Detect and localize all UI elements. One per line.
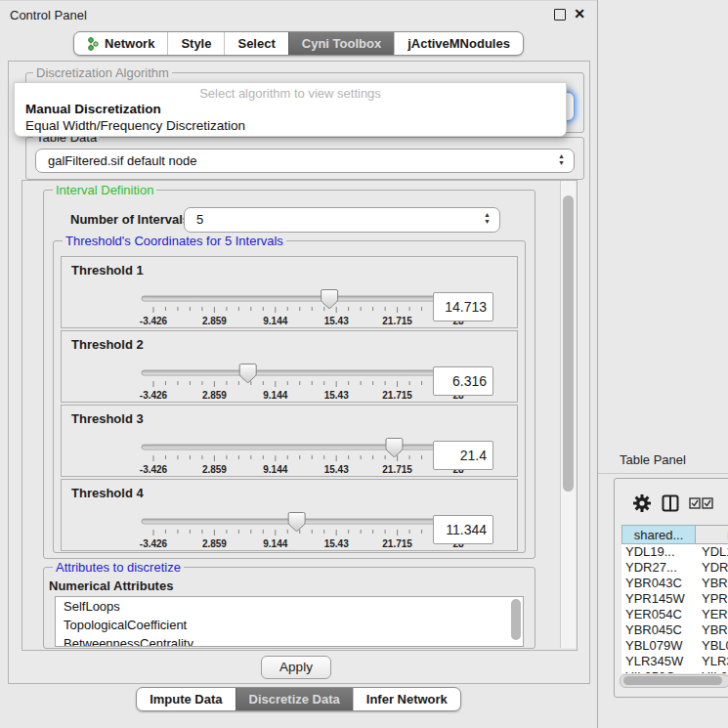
tab-label: Select	[237, 36, 275, 51]
attribute-item-betweennesscentrality[interactable]: BetweennessCentrality	[56, 634, 523, 647]
threshold-label: Threshold 2	[71, 337, 144, 352]
combo-stepper-icon: ▲▼	[558, 152, 565, 166]
threshold-slider[interactable]: -3.4262.8599.14415.4321.71528	[138, 363, 474, 406]
slider-track[interactable]	[142, 519, 470, 524]
columns-icon[interactable]	[662, 494, 679, 512]
number-of-intervals-combobox[interactable]: 5 ▲▼	[184, 207, 500, 233]
divider	[598, 473, 728, 474]
network-icon	[87, 37, 100, 51]
cell-name: YER0	[702, 607, 728, 622]
column-header-shared-name[interactable]: shared...	[621, 525, 696, 544]
tab-label: Infer Network	[366, 692, 448, 707]
threshold-value-input[interactable]: 6.316	[433, 366, 493, 396]
close-icon[interactable]: ✕	[574, 6, 585, 21]
threshold-value-input[interactable]: 11.344	[433, 515, 493, 544]
threshold-label: Threshold 1	[71, 263, 144, 278]
cell-shared-name: YIL053C	[625, 669, 675, 673]
table-row[interactable]: YLR345WYLR3	[621, 654, 728, 669]
gear-icon[interactable]	[631, 492, 653, 514]
slider-tick-label: 2.859	[202, 390, 227, 401]
threshold-box-2: Threshold 2-3.4262.8599.14415.4321.71528…	[61, 330, 518, 403]
cell-name: YIL0	[702, 669, 728, 673]
list-scrollbar-thumb[interactable]	[511, 599, 521, 640]
cell-shared-name: YPR145W	[625, 591, 685, 607]
slider-tick-label: 21.715	[382, 316, 412, 326]
numerical-attributes-label: Numerical Attributes	[49, 578, 173, 593]
cell-name: YBR0	[702, 622, 728, 638]
tab-style[interactable]: Style	[167, 32, 224, 55]
threshold-value-input[interactable]: 14.713	[433, 292, 493, 321]
vertical-scrollbar-thumb[interactable]	[563, 195, 574, 492]
float-window-icon[interactable]	[554, 9, 566, 21]
tab-discretize-data[interactable]: Discretize Data	[236, 688, 353, 710]
slider-track[interactable]	[142, 296, 470, 301]
tab-jactivemnodules[interactable]: jActiveMNodules	[394, 32, 523, 55]
threshold-label: Threshold 4	[71, 486, 144, 500]
tab-label: jActiveMNodules	[407, 36, 510, 51]
table-data-combobox[interactable]: galFiltered.sif default node ▲▼	[35, 149, 575, 173]
popup-placeholder: Select algorithm to view settings	[15, 86, 566, 101]
tab-label: Impute Data	[150, 692, 222, 707]
attributes-group-label: Attributes to discretize	[53, 560, 184, 575]
slider-tick-label: -3.426	[140, 538, 168, 549]
cell-shared-name: YBR043C	[625, 576, 682, 591]
popup-option-equal-width-frequency[interactable]: Equal Width/Frequency Discretization	[25, 118, 245, 133]
cell-shared-name: YLR345W	[625, 654, 683, 669]
cell-shared-name: YDR27...	[625, 560, 677, 576]
threshold-label: Threshold 3	[71, 411, 144, 426]
table-row[interactable]: YDR27...YDR2	[621, 560, 728, 576]
table-row[interactable]: YBR043CYBR0	[621, 576, 728, 591]
threshold-box-3: Threshold 3-3.4262.8599.14415.4321.71528…	[61, 405, 518, 477]
table-row[interactable]: YBL079WYBL0	[621, 638, 728, 654]
threshold-slider[interactable]: -3.4262.8599.14415.4321.71528	[138, 511, 474, 554]
bottom-tab-bar: Impute DataDiscretize DataInfer Network	[0, 687, 597, 711]
cell-name: YBR0	[702, 576, 728, 591]
attribute-item-topologicalcoefficient[interactable]: TopologicalCoefficient	[56, 616, 523, 634]
cell-name: YDL1	[702, 544, 728, 560]
threshold-value-input[interactable]: 21.4	[433, 441, 493, 470]
threshold-box-4: Threshold 4-3.4262.8599.14415.4321.71528…	[61, 479, 518, 551]
slider-thumb[interactable]	[288, 513, 305, 532]
column-header-name[interactable]: na	[696, 525, 728, 544]
slider-tick-label: 15.43	[324, 538, 349, 549]
numerical-attributes-list[interactable]: SelfLoopsTopologicalCoefficientBetweenne…	[55, 596, 524, 647]
control-panel: Control Panel ✕ NetworkStyleSelectCyni T…	[0, 0, 598, 728]
table-row[interactable]: YBR045CYBR0	[621, 622, 728, 638]
cell-name: YLR3	[702, 654, 728, 669]
table-row[interactable]: YPR145WYPR1	[621, 591, 728, 607]
right-workspace: GAL80GACGAL11GAL4GCY1HHAP2 Table Panel s…	[598, 0, 728, 728]
tab-label: Cyni Toolbox	[302, 36, 381, 51]
horizontal-scrollbar-thumb[interactable]	[623, 676, 722, 685]
slider-tick-label: 21.715	[382, 464, 412, 475]
tab-cyni-toolbox[interactable]: Cyni Toolbox	[288, 32, 394, 55]
attribute-item-selfloops[interactable]: SelfLoops	[56, 597, 523, 616]
slider-tick-label: 15.43	[324, 390, 349, 401]
popup-option-manual-discretization[interactable]: Manual Discretization	[25, 102, 161, 116]
slider-thumb[interactable]	[386, 439, 403, 457]
cell-shared-name: YBR045C	[625, 622, 682, 638]
tab-infer-network[interactable]: Infer Network	[353, 688, 460, 710]
slider-tick-label: -3.426	[140, 464, 168, 475]
slider-thumb[interactable]	[321, 290, 338, 309]
tab-network[interactable]: Network	[74, 32, 167, 55]
algorithm-dropdown-popup: Select algorithm to view settings Manual…	[14, 82, 567, 137]
cell-name: YBL0	[702, 638, 728, 654]
slider-tick-label: 2.859	[202, 538, 227, 549]
combo-stepper-icon: ▲▼	[484, 211, 491, 225]
slider-thumb[interactable]	[239, 364, 256, 383]
tab-impute-data[interactable]: Impute Data	[137, 688, 235, 710]
table-row[interactable]: YIL053CYIL0	[621, 669, 728, 673]
table-row[interactable]: YDL19...YDL1	[621, 544, 728, 560]
apply-button[interactable]: Apply	[261, 656, 331, 679]
slider-tick-label: 9.144	[263, 538, 287, 549]
slider-tick-label: -3.426	[140, 390, 168, 401]
slider-track[interactable]	[142, 370, 470, 375]
table-row[interactable]: YER054CYER0	[621, 607, 728, 622]
panel-title: Control Panel	[10, 8, 87, 22]
threshold-slider[interactable]: -3.4262.8599.14415.4321.71528	[138, 288, 474, 331]
checkbox-icons[interactable]	[689, 497, 714, 509]
tab-select[interactable]: Select	[224, 32, 287, 55]
threshold-slider[interactable]: -3.4262.8599.14415.4321.71528	[138, 437, 474, 480]
slider-track[interactable]	[142, 445, 470, 450]
table-rows[interactable]: YDL19...YDL1YDR27...YDR2YBR043CYBR0YPR14…	[621, 544, 728, 673]
